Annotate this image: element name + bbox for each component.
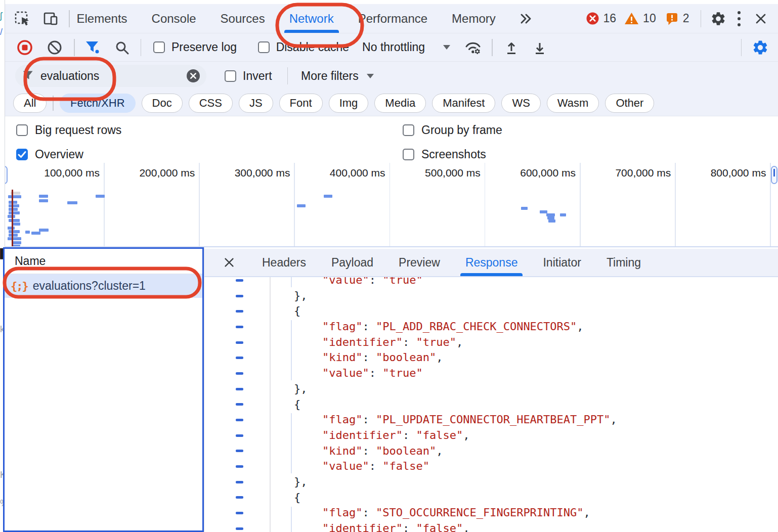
invert-checkbox[interactable] bbox=[225, 70, 236, 82]
gutter-line-marker bbox=[236, 310, 243, 313]
network-conditions-icon[interactable] bbox=[464, 40, 482, 55]
code-line: }, bbox=[204, 474, 778, 490]
gutter-line-marker bbox=[236, 496, 243, 499]
timeline-tick-label: 100,000 ms bbox=[10, 167, 100, 179]
chip-other[interactable]: Other bbox=[605, 94, 654, 113]
clear-network-log-icon[interactable] bbox=[47, 39, 63, 56]
code-text: "flag": "PL_UPDATE_CONNECTOR_HEARTBEAT_P… bbox=[322, 412, 617, 428]
code-text: "identifier": "false", bbox=[322, 521, 469, 532]
toolbar-divider bbox=[287, 67, 288, 84]
tab-console[interactable]: Console bbox=[151, 4, 197, 33]
tab-performance[interactable]: Performance bbox=[357, 4, 428, 33]
network-settings-gear-icon[interactable] bbox=[752, 39, 769, 56]
close-details-icon[interactable] bbox=[223, 256, 236, 269]
details-tab-response[interactable]: Response bbox=[464, 249, 519, 276]
console-errors-icon[interactable] bbox=[586, 12, 599, 25]
json-string-value: "STO_OCCURRENCE_FINGERPRINTING" bbox=[376, 506, 584, 519]
filter-funnel-icon[interactable] bbox=[85, 40, 100, 55]
filter-input-value[interactable]: evaluations bbox=[40, 69, 186, 83]
tab-memory[interactable]: Memory bbox=[451, 4, 497, 33]
gutter-line-marker bbox=[236, 527, 243, 530]
filter-input[interactable]: evaluations bbox=[15, 65, 206, 87]
chip-ws[interactable]: WS bbox=[501, 94, 540, 113]
json-file-icon: {;} bbox=[11, 280, 28, 292]
issues-icon[interactable] bbox=[665, 12, 679, 26]
json-key: "flag" bbox=[322, 320, 362, 333]
throttling-caret-icon[interactable] bbox=[443, 45, 450, 50]
json-key: "value" bbox=[322, 460, 369, 472]
timeline-tick-label: 700,000 ms bbox=[581, 167, 671, 179]
timeline-request-bar bbox=[9, 219, 20, 222]
json-comma: , bbox=[463, 522, 469, 532]
settings-gear-icon[interactable] bbox=[710, 11, 726, 27]
throttling-select[interactable]: No throttling bbox=[362, 40, 425, 54]
search-icon[interactable] bbox=[114, 40, 129, 55]
json-colon: : bbox=[362, 320, 376, 333]
chip-css[interactable]: CSS bbox=[189, 94, 233, 113]
details-tab-timing[interactable]: Timing bbox=[606, 249, 642, 276]
json-string-value: "false" bbox=[382, 460, 429, 472]
page-fragment: ʃ bbox=[0, 11, 2, 20]
disable-cache-checkbox[interactable] bbox=[258, 41, 270, 53]
details-tab-payload[interactable]: Payload bbox=[330, 249, 374, 276]
chip-divider bbox=[53, 96, 54, 111]
big-request-rows-checkbox[interactable] bbox=[16, 124, 28, 136]
json-key: "identifier" bbox=[322, 336, 403, 348]
overview-checkbox[interactable] bbox=[16, 149, 28, 160]
chip-img[interactable]: Img bbox=[329, 94, 369, 113]
toolbar-divider bbox=[492, 39, 493, 56]
code-text: "kind": "boolean", bbox=[322, 444, 443, 459]
name-column-header[interactable]: Name bbox=[5, 249, 202, 274]
request-row-selected[interactable]: {;} evaluations?cluster=1 bbox=[5, 274, 202, 298]
json-comma: , bbox=[436, 445, 443, 457]
code-text: }, bbox=[294, 381, 308, 397]
more-filters-button[interactable]: More filters bbox=[301, 69, 359, 83]
record-network-log-icon[interactable] bbox=[16, 39, 33, 56]
timeline-request-bar bbox=[324, 195, 332, 198]
screenshots-checkbox[interactable] bbox=[403, 149, 414, 160]
tab-sources[interactable]: Sources bbox=[220, 4, 266, 33]
timeline-right-handle[interactable] bbox=[771, 166, 777, 184]
tab-network[interactable]: Network bbox=[288, 4, 335, 33]
invert-label: Invert bbox=[243, 69, 272, 83]
chip-media[interactable]: Media bbox=[374, 94, 426, 113]
details-tab-initiator[interactable]: Initiator bbox=[542, 249, 582, 276]
more-filters-caret-icon[interactable] bbox=[367, 74, 374, 78]
details-tab-preview[interactable]: Preview bbox=[398, 249, 441, 276]
chip-font[interactable]: Font bbox=[279, 94, 323, 113]
page-fragment: / bbox=[0, 27, 3, 36]
chip-manifest[interactable]: Manifest bbox=[432, 94, 495, 113]
gutter-line-marker bbox=[236, 434, 243, 437]
close-devtools-icon[interactable] bbox=[754, 12, 768, 26]
code-text: "flag": "STO_OCCURRENCE_FINGERPRINTING", bbox=[322, 505, 590, 521]
timeline-request-bar bbox=[9, 204, 19, 207]
clear-filter-icon[interactable] bbox=[186, 69, 200, 83]
code-text: "identifier": "false", bbox=[322, 428, 469, 444]
chip-fetch-xhr[interactable]: Fetch/XHR bbox=[60, 94, 136, 113]
details-tab-headers[interactable]: Headers bbox=[261, 249, 307, 276]
timeline-request-bar bbox=[8, 227, 15, 230]
json-string-value: "boolean" bbox=[376, 445, 436, 457]
import-har-icon[interactable] bbox=[504, 40, 519, 55]
screenshots-label: Screenshots bbox=[421, 148, 486, 161]
network-overview-timeline[interactable]: 100,000 ms200,000 ms300,000 ms400,000 ms… bbox=[0, 162, 778, 247]
gutter-line-marker bbox=[236, 481, 243, 483]
tab-elements[interactable]: Elements bbox=[76, 4, 128, 33]
preserve-log-checkbox[interactable] bbox=[153, 41, 165, 53]
chip-doc[interactable]: Doc bbox=[142, 94, 183, 113]
response-code-viewer[interactable]: "value": "true"},{"flag": "PL_ADD_RBAC_C… bbox=[204, 273, 778, 532]
more-tabs-icon[interactable] bbox=[519, 12, 532, 25]
export-har-icon[interactable] bbox=[532, 40, 547, 55]
device-toolbar-icon[interactable] bbox=[41, 10, 60, 28]
console-warnings-icon[interactable] bbox=[624, 12, 639, 25]
chip-all[interactable]: All bbox=[13, 94, 47, 113]
chip-js[interactable]: JS bbox=[239, 94, 273, 113]
big-request-rows-label: Big request rows bbox=[35, 123, 121, 137]
chip-wasm[interactable]: Wasm bbox=[547, 94, 599, 113]
json-key: "value" bbox=[322, 367, 369, 379]
inspect-element-icon[interactable] bbox=[13, 10, 31, 28]
code-text: { bbox=[294, 303, 300, 319]
preserve-log-label: Preserve log bbox=[171, 40, 237, 54]
group-by-frame-checkbox[interactable] bbox=[403, 124, 414, 136]
kebab-menu-icon[interactable] bbox=[737, 10, 742, 27]
